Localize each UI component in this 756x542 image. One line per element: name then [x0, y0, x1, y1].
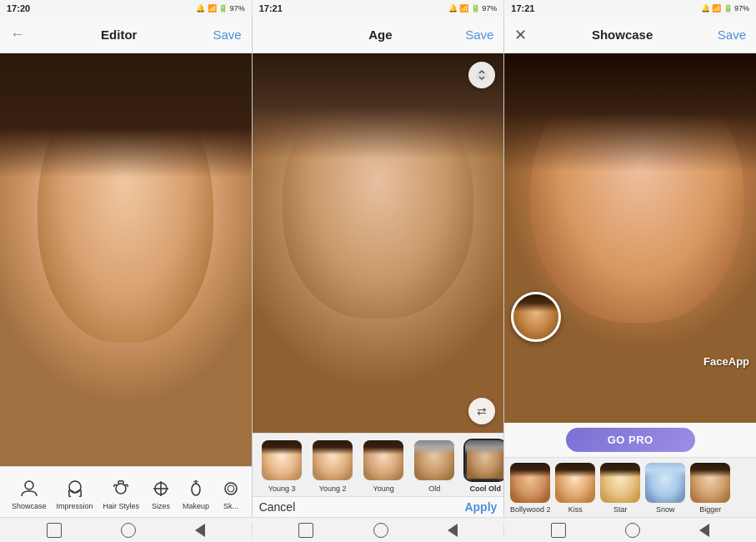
editor-title: Editor	[101, 28, 137, 42]
tool-makeup[interactable]: Makeup	[178, 474, 214, 514]
age-filter-young3-label: Young 3	[268, 484, 296, 493]
time-3: 17:21	[511, 3, 534, 13]
showcase-filter-bigger-label: Bigger	[699, 505, 721, 514]
tool-skin[interactable]: Sk...	[214, 474, 248, 514]
age-filter-old[interactable]: Old	[412, 439, 458, 493]
avatar-overlay	[511, 292, 561, 342]
svg-point-8	[225, 483, 237, 494]
age-filter-young2[interactable]: Young 2	[310, 439, 356, 493]
apply-button[interactable]: Apply	[464, 500, 497, 514]
showcase-filter-kiss-label: Kiss	[568, 505, 583, 514]
tool-sizes[interactable]: Sizes	[144, 474, 178, 514]
square-button-1[interactable]	[47, 523, 62, 538]
svg-point-6	[192, 484, 200, 495]
home-bar-section-1	[0, 523, 253, 538]
age-title: Age	[368, 28, 392, 42]
showcase-filter-snow[interactable]: Snow	[644, 463, 686, 514]
showcase-filter-star-label: Star	[613, 505, 628, 514]
age-filter-young-label: Young	[373, 484, 394, 493]
status-bar-1: 17:20 🔔 📶 🔋 97%	[0, 0, 253, 17]
tool-makeup-label: Makeup	[183, 502, 209, 510]
back-button-1[interactable]	[195, 524, 205, 537]
editor-save-button[interactable]: Save	[213, 28, 241, 42]
age-filter-coolold[interactable]: Cool Old	[463, 439, 504, 493]
age-cancel-apply-bar: Cancel Apply	[253, 496, 504, 517]
tool-skin-label: Sk...	[223, 502, 238, 510]
tool-impression-label: Impression	[57, 502, 93, 510]
back-button-3[interactable]	[699, 524, 709, 537]
tool-sizes-label: Sizes	[152, 502, 170, 510]
age-panel: Age Save ⇄	[253, 17, 505, 517]
showcase-filter-bollywood2-label: Bollywood 2	[510, 505, 551, 514]
age-filter-coolold-label: Cool Old	[469, 484, 501, 493]
square-button-2[interactable]	[298, 523, 313, 538]
circle-button-2[interactable]	[373, 523, 388, 538]
age-save-button[interactable]: Save	[465, 28, 493, 42]
age-filter-bar: Young 3 Young 2 Young	[253, 433, 504, 496]
time-2: 17:21	[259, 3, 283, 13]
status-icons-1: 🔔 📶 🔋 97%	[196, 4, 245, 13]
status-bar-2: 17:21 🔔 📶 🔋 97%	[253, 0, 505, 17]
circle-button-3[interactable]	[625, 523, 640, 538]
showcase-save-button[interactable]: Save	[718, 28, 746, 42]
tool-showcase[interactable]: Showcase	[7, 474, 52, 514]
showcase-nav-bar: ✕ Showcase Save	[504, 17, 756, 53]
showcase-filter-bigger[interactable]: Bigger	[689, 463, 731, 514]
status-icons-3: 🔔 📶 🔋 97%	[701, 4, 750, 13]
showcase-panel: ✕ Showcase Save FaceApp GO PRO Bollywood…	[504, 17, 756, 517]
age-filter-young[interactable]: Young	[361, 439, 407, 493]
showcase-filter-snow-label: Snow	[656, 505, 675, 514]
older-face	[253, 53, 504, 433]
cancel-button[interactable]: Cancel	[259, 500, 296, 514]
circle-button-1[interactable]	[121, 523, 136, 538]
back-button[interactable]: ←	[10, 26, 25, 43]
tool-hairstyles[interactable]: Hair Styles	[98, 474, 145, 514]
age-nav-bar: Age Save	[253, 17, 504, 53]
close-button[interactable]: ✕	[514, 26, 527, 44]
age-photo-area: ⇄	[253, 53, 504, 433]
time-1: 17:20	[7, 3, 30, 13]
tool-showcase-label: Showcase	[12, 502, 47, 510]
faceapp-watermark: FaceApp	[703, 355, 749, 368]
showcase-title: Showcase	[592, 28, 653, 42]
showcase-filter-kiss[interactable]: Kiss	[554, 463, 596, 514]
age-filter-young3[interactable]: Young 3	[259, 439, 305, 493]
svg-point-2	[116, 484, 126, 494]
go-pro-area: GO PRO	[504, 423, 756, 457]
back-button-2[interactable]	[448, 524, 458, 537]
home-bar-section-3	[504, 523, 756, 538]
showcase-photo-area: FaceApp	[504, 53, 756, 423]
square-button-3[interactable]	[551, 523, 566, 538]
svg-point-0	[25, 481, 33, 489]
age-filter-young2-label: Young 2	[319, 484, 347, 493]
status-bar-3: 17:21 🔔 📶 🔋 97%	[504, 0, 756, 17]
go-pro-button[interactable]: GO PRO	[566, 428, 695, 452]
tool-impression[interactable]: Impression	[52, 474, 98, 514]
showcase-filters: Bollywood 2 Kiss Star	[504, 457, 756, 517]
status-bars: 17:20 🔔 📶 🔋 97% 17:21 🔔 📶 🔋 97% 17:21 🔔 …	[0, 0, 756, 17]
showcase-filter-bollywood2[interactable]: Bollywood 2	[509, 463, 551, 514]
age-filter-old-label: Old	[428, 484, 440, 493]
home-bar-section-2	[253, 523, 505, 538]
editor-nav-bar: ← Editor Save	[0, 17, 252, 53]
editor-panel: ← Editor Save Showcase	[0, 17, 253, 517]
home-bar	[0, 517, 756, 542]
tool-hairstyles-label: Hair Styles	[103, 502, 140, 510]
showcase-filter-star[interactable]: Star	[599, 463, 641, 514]
editor-photo-area	[0, 53, 252, 466]
young-face	[0, 53, 252, 466]
editor-bottom-toolbar: Showcase Impression	[0, 466, 252, 517]
status-icons-2: 🔔 📶 🔋 97%	[448, 4, 498, 13]
